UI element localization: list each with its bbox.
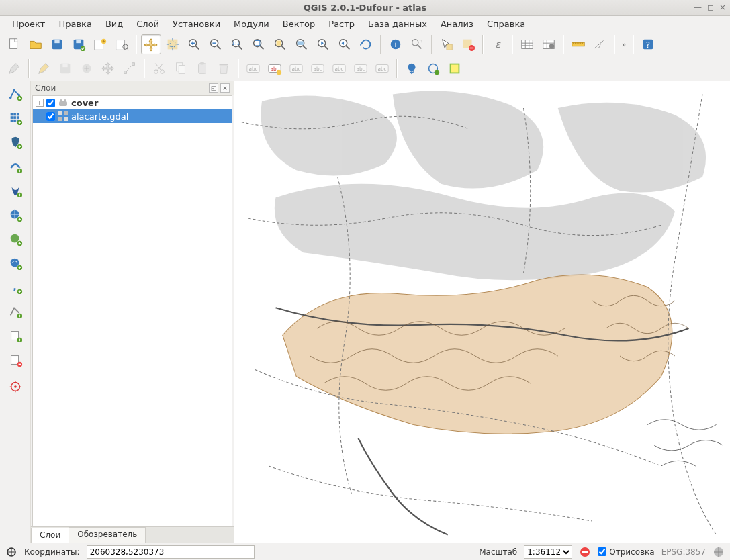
layer-row-alacarte[interactable]: alacarte.gdal [33, 109, 232, 123]
minimize-button[interactable]: — [694, 3, 702, 12]
add-wms-button[interactable] [4, 204, 27, 226]
svg-text:1:1: 1:1 [232, 40, 240, 46]
zoom-out-button[interactable] [206, 34, 226, 54]
label-rotate-button: abc [351, 58, 371, 79]
layer-visibility-checkbox[interactable] [46, 99, 55, 107]
measure-angle-button[interactable] [590, 34, 610, 54]
menu-vector[interactable]: Вектор [277, 17, 321, 30]
zoom-native-button[interactable]: 1:1 [227, 34, 247, 54]
label-pin-button[interactable]: abc [265, 58, 285, 79]
zoom-layer-button[interactable] [291, 34, 312, 54]
open-project-button[interactable] [26, 34, 46, 54]
osm-download-button[interactable] [402, 58, 422, 79]
zoom-selection-button[interactable] [270, 34, 290, 54]
identify-results-button[interactable] [407, 34, 427, 54]
add-raster-button[interactable] [4, 107, 27, 129]
tab-layers[interactable]: Слои [31, 528, 69, 543]
refresh-button[interactable] [356, 34, 376, 54]
menu-view[interactable]: Вид [100, 17, 128, 30]
toolbar-edit: abcabcabcabcabcabcabc [0, 56, 730, 81]
menu-plugins[interactable]: Модули [228, 17, 275, 30]
svg-text:,: , [13, 281, 17, 292]
new-project-button[interactable] [4, 34, 24, 54]
new-shapefile-button[interactable] [4, 325, 27, 346]
select-button[interactable] [437, 34, 457, 54]
layer-row-cover[interactable]: + cover [33, 96, 232, 109]
add-mssql-button[interactable] [4, 180, 27, 201]
save-project-as-button[interactable] [69, 34, 89, 54]
add-wfs-button[interactable] [4, 252, 27, 274]
new-composer-button[interactable] [90, 34, 110, 54]
zoom-full-button[interactable] [248, 34, 269, 54]
svg-text:abc: abc [313, 66, 322, 72]
osm-settings-button[interactable] [445, 58, 465, 79]
composer-manager-button[interactable] [111, 34, 132, 54]
menu-help[interactable]: Справка [482, 17, 531, 30]
add-spatialite-button[interactable] [4, 156, 27, 177]
zoom-last-button[interactable] [313, 34, 333, 54]
maximize-button[interactable]: ◻ [707, 3, 714, 12]
add-postgis-button[interactable] [4, 132, 27, 153]
menu-layer[interactable]: Слой [131, 17, 165, 30]
node-tool-button [120, 58, 140, 79]
svg-text:abc: abc [356, 66, 365, 72]
zoom-in-button[interactable] [184, 34, 204, 54]
svg-rect-73 [16, 113, 19, 116]
menu-raster[interactable]: Растр [323, 17, 360, 30]
panel-close-button[interactable]: × [220, 83, 230, 93]
add-vector-button[interactable] [4, 83, 27, 105]
menu-database[interactable]: База данных [363, 17, 432, 30]
stop-render-icon[interactable] [579, 546, 591, 558]
open-table-button[interactable] [517, 34, 537, 54]
menu-settings[interactable]: Установки [167, 17, 226, 30]
menubar: Проект Правка Вид Слой Установки Модули … [0, 16, 730, 32]
layer-name: cover [71, 98, 98, 108]
svg-rect-74 [10, 116, 13, 119]
save-project-button[interactable] [47, 34, 67, 54]
svg-rect-107 [582, 551, 588, 553]
remove-layer-button[interactable] [4, 349, 27, 371]
render-checkbox[interactable] [598, 547, 606, 556]
add-gpx-button[interactable] [4, 301, 27, 322]
layer-visibility-checkbox[interactable] [46, 112, 55, 121]
crs-status-icon[interactable] [713, 546, 725, 558]
crs-label[interactable]: EPSG:3857 [661, 547, 706, 557]
layer-tree[interactable]: + cover alacarte.gdal [32, 95, 232, 526]
map-canvas[interactable] [234, 81, 730, 543]
measure-button[interactable] [568, 34, 588, 54]
expression-button[interactable]: ε [488, 34, 508, 54]
svg-text:?: ? [646, 40, 650, 50]
svg-text:abc: abc [377, 66, 386, 72]
paste-button [192, 58, 212, 79]
field-calc-button[interactable] [539, 34, 559, 54]
identify-button[interactable]: i [385, 34, 406, 54]
pan-button[interactable] [141, 34, 161, 54]
render-toggle[interactable]: Отрисовка [598, 547, 654, 557]
svg-point-67 [9, 97, 11, 99]
expand-icon[interactable]: + [36, 99, 44, 107]
svg-rect-45 [199, 64, 206, 74]
osm-import-button[interactable] [423, 58, 443, 79]
svg-rect-10 [168, 40, 178, 50]
pan-selection-button[interactable] [163, 34, 183, 54]
deselect-button[interactable] [458, 34, 478, 54]
help-button[interactable]: ? [638, 34, 658, 54]
add-wcs-button[interactable] [4, 228, 27, 250]
gps-button[interactable] [4, 376, 27, 398]
panel-undock-button[interactable]: ◱ [209, 83, 218, 93]
toggle-extents-icon[interactable] [5, 546, 17, 558]
svg-point-98 [14, 385, 17, 388]
svg-rect-20 [298, 41, 304, 44]
scale-select[interactable]: 1:36112 [524, 545, 572, 559]
menu-project[interactable]: Проект [7, 17, 50, 30]
toolbar-overflow[interactable]: » [619, 41, 629, 48]
menu-analysis[interactable]: Анализ [435, 17, 479, 30]
add-delimited-button[interactable]: , [4, 277, 27, 298]
svg-rect-39 [124, 71, 127, 74]
tab-browser[interactable]: Обозреватель [69, 527, 146, 543]
svg-rect-44 [179, 65, 185, 73]
coordinates-input[interactable] [87, 545, 255, 559]
menu-edit[interactable]: Правка [53, 17, 97, 30]
zoom-next-button[interactable] [334, 34, 355, 54]
close-button[interactable]: × [719, 3, 726, 12]
